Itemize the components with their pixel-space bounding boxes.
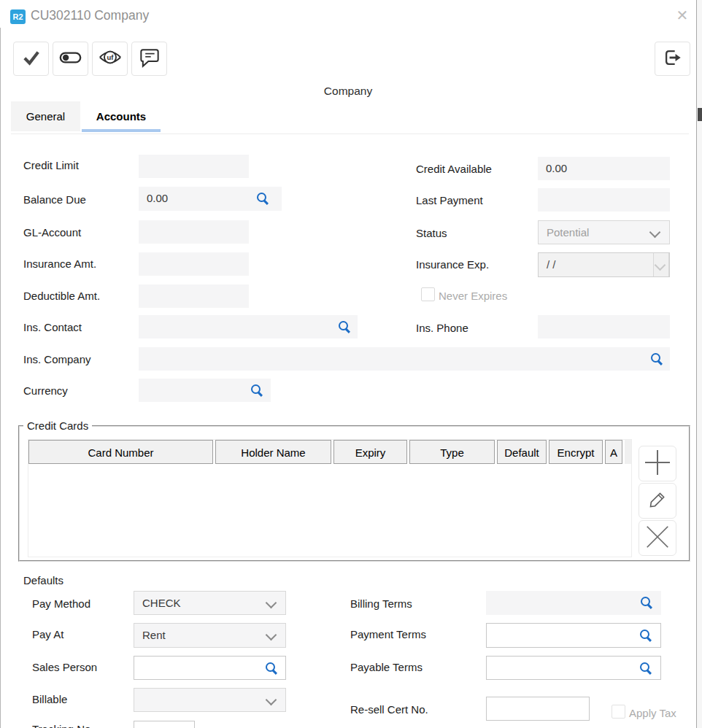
company-window: R2 CU302110 Company ✕ uf xyxy=(0,0,702,728)
insurance-amt-label: Insurance Amt. xyxy=(23,257,96,270)
search-icon[interactable] xyxy=(640,662,652,675)
ins-phone-field[interactable] xyxy=(538,315,670,338)
column-header-card-number[interactable]: Card Number xyxy=(28,440,213,464)
credit-cards-table[interactable]: Card Number Holder Name Expiry Type Defa… xyxy=(28,439,632,557)
check-icon xyxy=(20,47,42,71)
pay-at-value: Rent xyxy=(142,624,166,646)
sales-person-label: Sales Person xyxy=(32,661,97,673)
billable-select[interactable] xyxy=(134,688,286,712)
column-header-default[interactable]: Default xyxy=(497,440,547,464)
resell-cert-no-field[interactable] xyxy=(486,697,590,721)
status-label: Status xyxy=(416,227,447,239)
resell-cert-no-label: Re-sell Cert No. xyxy=(350,703,428,716)
toggle-button[interactable] xyxy=(53,42,88,76)
add-card-button[interactable] xyxy=(639,446,676,481)
delete-card-button[interactable] xyxy=(639,520,676,556)
search-icon[interactable] xyxy=(641,597,653,609)
ins-company-label: Ins. Company xyxy=(23,353,91,365)
search-icon[interactable] xyxy=(339,321,351,333)
deductible-amt-label: Deductible Amt. xyxy=(23,290,100,302)
x-icon xyxy=(644,523,671,554)
insurance-amt-field[interactable] xyxy=(139,252,249,276)
close-icon[interactable]: ✕ xyxy=(673,6,692,25)
sign-out-icon xyxy=(661,46,684,72)
credit-available-value: 0.00 xyxy=(546,157,567,180)
pay-method-value: CHECK xyxy=(142,592,181,614)
billable-label: Billable xyxy=(32,693,67,705)
search-icon[interactable] xyxy=(651,353,663,365)
apply-tax-checkbox[interactable] xyxy=(612,705,625,719)
header-filler xyxy=(625,440,631,464)
chevron-down-icon xyxy=(266,597,277,609)
ins-contact-field[interactable] xyxy=(139,315,358,338)
deductible-amt-field[interactable] xyxy=(139,284,249,308)
tab-accounts[interactable]: Accounts xyxy=(82,101,161,131)
never-expires-label: Never Expires xyxy=(439,290,507,302)
column-header-a[interactable]: A xyxy=(605,440,622,464)
column-header-encrypt[interactable]: Encrypt xyxy=(549,440,603,464)
currency-field[interactable] xyxy=(139,379,271,402)
currency-label: Currency xyxy=(23,384,68,397)
search-icon[interactable] xyxy=(257,193,269,205)
date-picker-button[interactable] xyxy=(653,252,669,277)
last-payment-field[interactable] xyxy=(538,188,670,212)
gl-account-field[interactable] xyxy=(139,220,249,244)
payable-terms-field[interactable] xyxy=(486,656,661,680)
page-title: Company xyxy=(0,85,696,98)
column-header-holder-name[interactable]: Holder Name xyxy=(215,440,331,464)
tab-divider xyxy=(11,133,689,134)
billing-terms-label: Billing Terms xyxy=(350,597,412,610)
credit-cards-legend: Credit Cards xyxy=(23,419,92,432)
pencil-icon xyxy=(648,490,667,512)
chevron-down-icon xyxy=(266,630,277,641)
gl-account-label: GL-Account xyxy=(23,226,81,239)
clipped-row-field[interactable] xyxy=(134,721,195,728)
confirm-button[interactable] xyxy=(13,42,49,76)
pay-at-select[interactable]: Rent xyxy=(134,623,286,648)
balance-due-field[interactable]: 0.00 xyxy=(139,187,282,211)
credit-available-field[interactable]: 0.00 xyxy=(538,157,670,180)
pay-method-select[interactable]: CHECK xyxy=(134,591,286,615)
r2-logo: R2 xyxy=(10,9,26,24)
apply-tax-label: Apply Tax xyxy=(629,707,676,719)
window-title: CU302110 Company xyxy=(31,8,149,23)
search-icon[interactable] xyxy=(640,630,652,642)
window-left-border xyxy=(0,28,1,728)
credit-cards-group: Credit Cards Card Number Holder Name Exp… xyxy=(18,425,690,562)
column-header-type[interactable]: Type xyxy=(409,440,495,464)
insurance-exp-field[interactable]: / / xyxy=(538,252,670,277)
exit-button[interactable] xyxy=(655,42,690,76)
billing-terms-field[interactable] xyxy=(486,591,661,615)
chevron-down-icon xyxy=(655,260,666,271)
notes-button[interactable] xyxy=(131,42,167,76)
search-icon[interactable] xyxy=(266,662,278,675)
insurance-exp-value: / / xyxy=(547,253,556,276)
ins-company-field[interactable] xyxy=(139,347,670,371)
plus-icon xyxy=(643,448,672,480)
sales-person-field[interactable] xyxy=(134,656,286,680)
insurance-exp-label: Insurance Exp. xyxy=(416,258,489,271)
credit-limit-field[interactable] xyxy=(139,155,249,178)
chevron-down-icon xyxy=(266,694,277,706)
vertical-scrollbar[interactable] xyxy=(696,0,702,728)
comment-icon xyxy=(139,47,161,71)
status-select[interactable]: Potential xyxy=(538,220,670,244)
search-icon[interactable] xyxy=(251,384,263,397)
payable-terms-label: Payable Terms xyxy=(350,661,423,673)
pay-at-label: Pay At xyxy=(32,628,63,640)
tab-general[interactable]: General xyxy=(11,101,80,131)
credit-available-label: Credit Available xyxy=(416,163,492,175)
column-header-expiry[interactable]: Expiry xyxy=(333,440,407,464)
defaults-heading: Defaults xyxy=(23,574,63,586)
credit-limit-label: Credit Limit xyxy=(23,159,79,171)
payment-terms-field[interactable] xyxy=(486,623,661,648)
chevron-down-icon xyxy=(649,227,661,239)
toggle-switch-icon xyxy=(59,50,82,68)
balance-due-value: 0.00 xyxy=(147,187,168,210)
last-payment-label: Last Payment xyxy=(416,194,483,206)
never-expires-checkbox[interactable] xyxy=(421,287,435,301)
pay-method-label: Pay Method xyxy=(32,597,90,610)
scrollbar-thumb[interactable] xyxy=(698,108,702,121)
edit-card-button[interactable] xyxy=(639,483,676,519)
user-fields-button[interactable]: uf xyxy=(92,42,128,76)
